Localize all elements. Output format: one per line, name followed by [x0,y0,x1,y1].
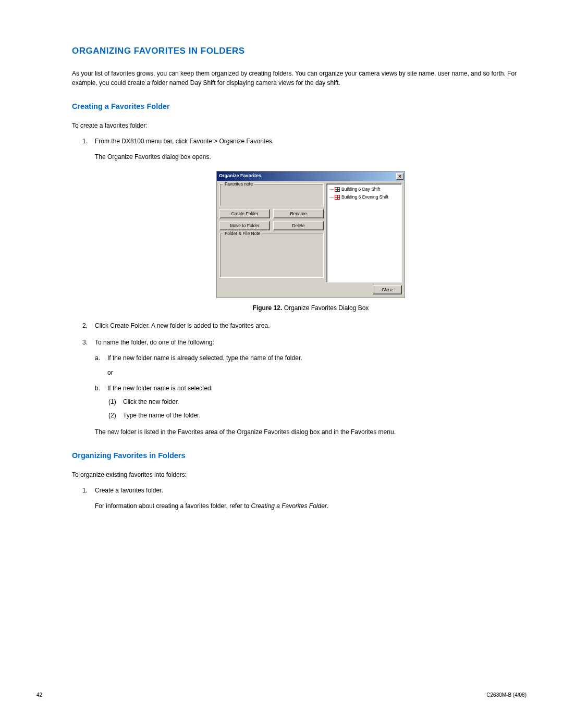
step-1-sub: The Organize Favorites dialog box opens. [95,152,527,162]
org-step-1-sub-em: Creating a Favorites Folder [251,502,326,510]
folder-file-note-group: Folder & File Note [219,233,324,278]
step-3b-text: If the new folder name is not selected: [107,385,213,392]
create-folder-button[interactable]: Create Folder [219,209,270,218]
page-number: 42 [36,692,42,698]
close-icon[interactable]: × [396,173,403,180]
organizing-lead: To organize existing favorites into fold… [72,470,527,479]
figure-caption: Figure 12. Organize Favorites Dialog Box [95,303,527,313]
org-step-1-sub-post: . [327,502,328,510]
favorites-note-label: Favorites note [223,181,254,188]
tree-item[interactable]: Building 6 Evening Shift [335,194,400,201]
org-step-1-text: Create a favorites folder. [95,487,163,494]
step-1-text: From the DX8100 menu bar, click Favorite… [95,138,274,145]
step-2: Click Create Folder. A new folder is add… [95,321,527,330]
tree-item[interactable]: Building 6 Day Shift [335,186,400,193]
step-3-end: The new folder is listed in the Favorite… [95,427,527,437]
step-1: From the DX8100 menu bar, click Favorite… [95,137,527,313]
rename-button[interactable]: Rename [273,209,324,218]
step-3a-text: If the new folder name is already select… [107,354,302,362]
tree-item-label: Building 6 Evening Shift [341,194,388,201]
creating-folder-lead: To create a favorites folder: [72,121,527,130]
delete-button[interactable]: Delete [273,221,324,230]
org-step-1: Create a favorites folder. For informati… [95,486,527,511]
step-3: To name the folder, do one of the follow… [95,338,527,437]
intro-paragraph: As your list of favorites grows, you can… [72,69,527,88]
grid-icon [335,187,340,192]
step-3b-1: Click the new folder. [123,397,527,406]
figure-label-rest: Organize Favorites Dialog Box [282,304,369,312]
step-3b: If the new folder name is not selected: … [107,384,527,420]
figure-label-bold: Figure 12. [253,304,283,312]
step-3-text: To name the folder, do one of the follow… [95,339,214,346]
org-step-1-sub-pre: For information about creating a favorit… [95,502,251,510]
move-to-folder-button[interactable]: Move to Folder [219,221,270,230]
dialog-title: Organize Favorites [219,172,261,180]
tree-item-label: Building 6 Day Shift [341,186,380,193]
heading-organizing-favorites: ORGANIZING FAVORITES IN FOLDERS [72,46,527,56]
step-3a: If the new folder name is already select… [107,353,527,377]
doc-id: C2630M-B (4/08) [486,692,527,698]
favorites-tree[interactable]: Building 6 Day Shift Building 6 Evening … [326,183,402,282]
org-step-1-sub: For information about creating a favorit… [95,501,527,511]
folder-file-note-label: Folder & File Note [223,230,262,237]
organize-favorites-dialog: Organize Favorites × Favorites note Crea… [216,171,405,298]
dialog-titlebar: Organize Favorites × [217,171,405,181]
grid-icon [335,195,340,200]
heading-creating-folder: Creating a Favorites Folder [72,102,527,110]
step-3a-or: or [107,368,527,377]
close-button[interactable]: Close [373,285,402,294]
favorites-note-group: Favorites note [219,183,324,206]
heading-organizing-in-folders: Organizing Favorites in Folders [72,451,527,460]
step-3b-2: Type the name of the folder. [123,411,527,420]
